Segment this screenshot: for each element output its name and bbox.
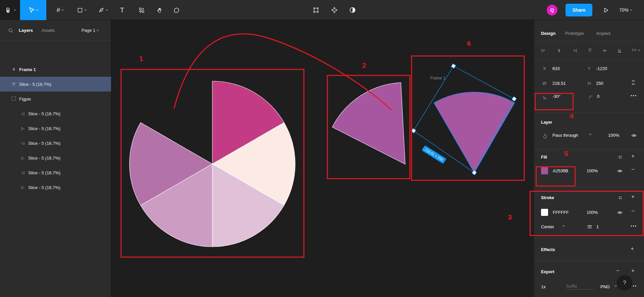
detached-pie-slice[interactable] <box>332 82 405 164</box>
add-stroke-button[interactable]: + <box>631 193 635 200</box>
frame-tool-button[interactable]: # <box>50 0 70 20</box>
width-input[interactable]: 216.51 <box>552 81 566 86</box>
layer-row-slice-selected[interactable]: ▽ Slice - 5 (16.7%) <box>0 77 111 92</box>
comment-tool-button[interactable] <box>168 0 184 20</box>
search-icon[interactable] <box>8 28 13 33</box>
align-right-icon[interactable] <box>573 48 577 53</box>
layer-name: Slice - 5 (16.7%) <box>28 170 60 175</box>
eye-icon[interactable] <box>617 168 623 174</box>
eye-icon[interactable] <box>617 210 623 215</box>
mask-button[interactable] <box>346 0 359 20</box>
align-vertical-center-icon[interactable] <box>602 48 607 53</box>
tab-inspect[interactable]: Inspect <box>596 31 610 36</box>
layer-name: Frame 1 <box>19 67 36 72</box>
chevron-down-icon <box>13 8 16 11</box>
move-tool-button[interactable] <box>20 0 46 20</box>
layer-row-slice[interactable]: ▷ Slice - 5 (16.7%) <box>0 151 111 165</box>
present-button[interactable] <box>599 0 612 20</box>
export-scale-select[interactable]: 1x <box>541 284 546 289</box>
remove-fill-button[interactable]: − <box>631 166 635 173</box>
align-top-icon[interactable] <box>588 48 592 53</box>
selected-pie-slice[interactable] <box>434 92 515 173</box>
selection-handle[interactable] <box>512 97 517 101</box>
text-tool-button[interactable]: T <box>115 0 129 20</box>
layer-name: Figpie <box>19 97 31 102</box>
share-button[interactable]: Share <box>566 4 592 16</box>
annotation-number-2: 2 <box>362 61 366 69</box>
tab-design[interactable]: Design <box>541 31 555 36</box>
height-input[interactable]: 250 <box>596 81 603 86</box>
fill-hex-input[interactable]: A2539B <box>553 168 568 173</box>
align-horizontal-center-icon[interactable] <box>557 48 561 53</box>
fill-styles-icon[interactable] <box>618 155 623 160</box>
layer-opacity-input[interactable]: 100% <box>608 133 619 138</box>
mask-icon <box>349 7 356 13</box>
y-input[interactable]: -1220 <box>596 66 607 71</box>
figma-menu-button[interactable] <box>0 0 19 20</box>
canvas[interactable] <box>111 20 534 297</box>
more-options-icon[interactable]: ••• <box>631 93 637 98</box>
pen-tool-icon <box>98 7 104 13</box>
hand-tool-button[interactable] <box>152 0 168 20</box>
rotation-input[interactable]: -30° <box>552 94 560 99</box>
layer-row-figpie[interactable]: Figpie <box>0 92 111 106</box>
export-suffix-input[interactable] <box>566 283 594 290</box>
fill-color-swatch[interactable] <box>541 167 548 174</box>
stroke-opacity-input[interactable]: 100% <box>587 210 598 215</box>
eye-icon[interactable] <box>631 133 637 138</box>
align-bottom-icon[interactable] <box>617 48 622 53</box>
tidy-up-icon <box>632 48 637 52</box>
stroke-hex-input[interactable]: FFFFFF <box>553 210 569 215</box>
avatar[interactable]: Q <box>547 5 557 15</box>
x-input[interactable]: 633 <box>552 66 560 71</box>
layer-row-slice[interactable]: ▷ Slice - 5 (16.7%) <box>0 180 111 195</box>
stroke-color-swatch[interactable] <box>541 209 548 216</box>
resources-tool-button[interactable] <box>133 0 150 20</box>
stroke-more-options-icon[interactable]: ••• <box>631 224 637 229</box>
distribute-menu[interactable] <box>632 48 640 52</box>
edit-object-button[interactable] <box>309 0 323 20</box>
stroke-align-select[interactable]: Center <box>541 224 554 229</box>
stroke-weight-input[interactable]: 1 <box>596 224 599 229</box>
layer-row-slice[interactable]: ▷ Slice - 5 (16.7%) <box>0 121 111 136</box>
selection-handle[interactable] <box>451 64 456 68</box>
fill-opacity-input[interactable]: 100% <box>587 168 598 173</box>
canvas-frame-label[interactable]: Frame 1 <box>430 76 445 80</box>
layer-row-slice[interactable]: ◁ Slice - 5 (16.7%) <box>0 165 111 180</box>
layer-row-slice[interactable]: ◁ Slice - 5 (16.7%) <box>0 136 111 151</box>
layer-row-frame1[interactable]: # Frame 1 <box>0 62 111 77</box>
page-name: Page 1 <box>82 28 95 33</box>
chevron-down-icon <box>36 8 39 11</box>
constrain-proportions-icon[interactable] <box>631 80 636 85</box>
add-export-button[interactable]: + <box>631 268 635 274</box>
chevron-down-icon <box>97 28 99 31</box>
remove-stroke-button[interactable]: − <box>631 208 635 215</box>
chevron-down-icon <box>106 8 108 11</box>
position-section: X 633 Y -1220 W 216.51 H 250 -30° 0 ••• <box>534 60 644 113</box>
tab-layers[interactable]: Layers <box>19 20 33 41</box>
zoom-level: 70% <box>619 7 629 13</box>
panel-tabs: Design Prototype Inspect <box>534 20 644 42</box>
zoom-menu[interactable]: 70% <box>619 0 632 20</box>
figma-logo-icon <box>4 7 10 13</box>
create-component-button[interactable] <box>328 0 341 20</box>
tab-assets[interactable]: Assets <box>42 20 55 41</box>
pen-tool-button[interactable] <box>93 0 113 20</box>
x-label: X <box>543 66 546 71</box>
chevron-down-icon <box>589 133 591 135</box>
remove-export-button[interactable]: − <box>616 268 620 274</box>
page-selector[interactable]: Page 1 <box>82 20 99 41</box>
blend-mode-select[interactable]: Pass through <box>552 133 578 138</box>
shape-tool-button[interactable] <box>72 0 91 20</box>
help-button[interactable]: ? <box>616 275 633 291</box>
add-fill-button[interactable]: + <box>631 153 635 160</box>
align-left-icon[interactable] <box>541 48 546 53</box>
layer-row-slice[interactable]: ◁ Slice - 5 (16.7%) <box>0 106 111 121</box>
export-format-select[interactable]: PNG <box>600 284 610 289</box>
layer-name: Slice - 5 (16.7%) <box>28 156 60 161</box>
corner-radius-input[interactable]: 0 <box>597 94 599 99</box>
tab-prototype[interactable]: Prototype <box>565 31 584 36</box>
selection-handle[interactable] <box>472 170 477 175</box>
add-effect-button[interactable]: + <box>631 245 634 252</box>
stroke-styles-icon[interactable] <box>618 195 623 200</box>
